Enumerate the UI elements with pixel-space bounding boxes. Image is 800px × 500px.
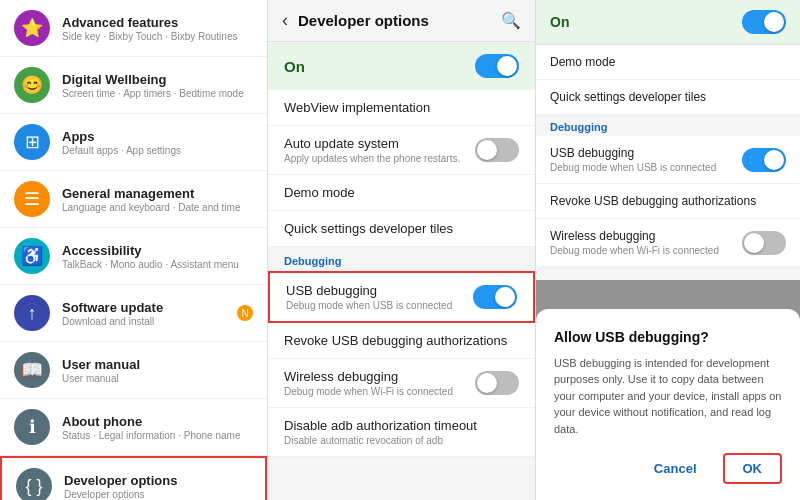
software-update-subtitle: Download and install <box>62 316 163 327</box>
usb-debugging-subtitle: Debug mode when USB is connected <box>286 300 452 311</box>
mid-item-auto-update[interactable]: Auto update systemApply updates when the… <box>268 126 535 175</box>
dialog-overlay: Allow USB debugging?USB debugging is int… <box>536 280 800 500</box>
about-phone-subtitle: Status · Legal information · Phone name <box>62 430 240 441</box>
mid-item-quick-settings[interactable]: Quick settings developer tiles <box>268 211 535 247</box>
right-quick-settings-title: Quick settings developer tiles <box>550 90 786 104</box>
revoke-title: Revoke USB debugging authorizations <box>284 333 519 348</box>
right-demo-title: Demo mode <box>550 55 786 69</box>
auto-update-toggle[interactable] <box>475 138 519 162</box>
developer-options-subtitle: Developer options <box>64 489 177 500</box>
sidebar-item-user-manual[interactable]: 📖User manualUser manual <box>0 342 267 399</box>
user-manual-icon: 📖 <box>14 352 50 388</box>
dialog-ok-button[interactable]: OK <box>723 453 783 484</box>
advanced-features-subtitle: Side key · Bixby Touch · Bixby Routines <box>62 31 237 42</box>
right-usb-debugging-row[interactable]: USB debuggingDebug mode when USB is conn… <box>536 136 800 184</box>
right-revoke-title: Revoke USB debugging authorizations <box>550 194 786 208</box>
quick-settings-title: Quick settings developer tiles <box>284 221 519 236</box>
disable-adb-title: Disable adb authorization timeout <box>284 418 519 433</box>
digital-wellbeing-icon: 😊 <box>14 67 50 103</box>
digital-wellbeing-subtitle: Screen time · App timers · Bedtime mode <box>62 88 244 99</box>
apps-icon: ⊞ <box>14 124 50 160</box>
usb-debugging-row[interactable]: USB debuggingDebug mode when USB is conn… <box>268 271 535 323</box>
digital-wellbeing-title: Digital Wellbeing <box>62 72 244 87</box>
sidebar-item-digital-wellbeing[interactable]: 😊Digital WellbeingScreen time · App time… <box>0 57 267 114</box>
general-management-subtitle: Language and keyboard · Date and time <box>62 202 240 213</box>
software-update-title: Software update <box>62 300 163 315</box>
sidebar-item-about-phone[interactable]: ℹAbout phoneStatus · Legal information ·… <box>0 399 267 456</box>
accessibility-icon: ♿ <box>14 238 50 274</box>
right-usb-title: USB debugging <box>550 146 716 160</box>
middle-title: Developer options <box>298 12 501 29</box>
developer-options-icon: { } <box>16 468 52 500</box>
middle-header: ‹ Developer options 🔍 <box>268 0 535 42</box>
right-revoke-item[interactable]: Revoke USB debugging authorizations <box>536 184 800 219</box>
right-toggle-row: On <box>536 0 800 45</box>
right-demo-mode-item[interactable]: Demo mode <box>536 45 800 80</box>
search-icon[interactable]: 🔍 <box>501 11 521 30</box>
revoke-usb-item[interactable]: Revoke USB debugging authorizations <box>268 323 535 359</box>
webview-title: WebView implementation <box>284 100 519 115</box>
usb-debugging-toggle[interactable] <box>473 285 517 309</box>
right-wireless-toggle[interactable] <box>742 231 786 255</box>
sidebar-item-software-update[interactable]: ↑Software updateDownload and installN <box>0 285 267 342</box>
demo-mode-title: Demo mode <box>284 185 519 200</box>
software-update-icon: ↑ <box>14 295 50 331</box>
left-settings-panel: ⭐Advanced featuresSide key · Bixby Touch… <box>0 0 268 500</box>
disable-adb-subtitle: Disable automatic revocation of adb <box>284 435 519 446</box>
right-usb-toggle[interactable] <box>742 148 786 172</box>
back-button[interactable]: ‹ <box>282 10 288 31</box>
dialog-buttons: CancelOK <box>554 453 782 484</box>
general-management-icon: ☰ <box>14 181 50 217</box>
user-manual-title: User manual <box>62 357 140 372</box>
right-developer-toggle[interactable] <box>742 10 786 34</box>
right-debugging-label: Debugging <box>536 115 800 136</box>
accessibility-title: Accessibility <box>62 243 239 258</box>
mid-item-webview[interactable]: WebView implementation <box>268 90 535 126</box>
about-phone-title: About phone <box>62 414 240 429</box>
disable-adb-item[interactable]: Disable adb authorization timeoutDisable… <box>268 408 535 457</box>
developer-options-toggle[interactable] <box>475 54 519 78</box>
dialog-title: Allow USB debugging? <box>554 329 782 345</box>
middle-developer-options-panel: ‹ Developer options 🔍 OnWebView implemen… <box>268 0 536 500</box>
advanced-features-title: Advanced features <box>62 15 237 30</box>
sidebar-item-apps[interactable]: ⊞AppsDefault apps · App settings <box>0 114 267 171</box>
sidebar-item-developer-options[interactable]: { }Developer optionsDeveloper options <box>0 456 267 500</box>
debugging-section-label: Debugging <box>268 247 535 271</box>
right-quick-settings-item[interactable]: Quick settings developer tiles <box>536 80 800 115</box>
allow-usb-debugging-dialog: Allow USB debugging?USB debugging is int… <box>536 309 800 501</box>
right-usb-subtitle: Debug mode when USB is connected <box>550 162 716 173</box>
general-management-title: General management <box>62 186 240 201</box>
apps-title: Apps <box>62 129 181 144</box>
wireless-debugging-row[interactable]: Wireless debuggingDebug mode when Wi-Fi … <box>268 359 535 408</box>
accessibility-subtitle: TalkBack · Mono audio · Assistant menu <box>62 259 239 270</box>
software-update-badge: N <box>237 305 253 321</box>
developer-options-toggle-row: On <box>268 42 535 90</box>
right-on-label: On <box>550 14 569 30</box>
wireless-debugging-title: Wireless debugging <box>284 369 453 384</box>
dialog-text: USB debugging is intended for developmen… <box>554 355 782 438</box>
mid-item-demo-mode[interactable]: Demo mode <box>268 175 535 211</box>
user-manual-subtitle: User manual <box>62 373 140 384</box>
apps-subtitle: Default apps · App settings <box>62 145 181 156</box>
wireless-debugging-subtitle: Debug mode when Wi-Fi is connected <box>284 386 453 397</box>
right-panel: OnDemo modeQuick settings developer tile… <box>536 0 800 500</box>
dialog-cancel-button[interactable]: Cancel <box>636 453 715 484</box>
right-wireless-debugging-row[interactable]: Wireless debuggingDebug mode when Wi-Fi … <box>536 219 800 267</box>
usb-debugging-title: USB debugging <box>286 283 452 298</box>
wireless-debugging-toggle[interactable] <box>475 371 519 395</box>
developer-on-label: On <box>284 58 305 75</box>
right-wireless-subtitle: Debug mode when Wi-Fi is connected <box>550 245 719 256</box>
sidebar-item-accessibility[interactable]: ♿AccessibilityTalkBack · Mono audio · As… <box>0 228 267 285</box>
sidebar-item-advanced-features[interactable]: ⭐Advanced featuresSide key · Bixby Touch… <box>0 0 267 57</box>
advanced-features-icon: ⭐ <box>14 10 50 46</box>
about-phone-icon: ℹ <box>14 409 50 445</box>
auto-update-title: Auto update system <box>284 136 460 151</box>
sidebar-item-general-management[interactable]: ☰General managementLanguage and keyboard… <box>0 171 267 228</box>
auto-update-subtitle: Apply updates when the phone restarts. <box>284 153 460 164</box>
right-wireless-title: Wireless debugging <box>550 229 719 243</box>
developer-options-title: Developer options <box>64 473 177 488</box>
